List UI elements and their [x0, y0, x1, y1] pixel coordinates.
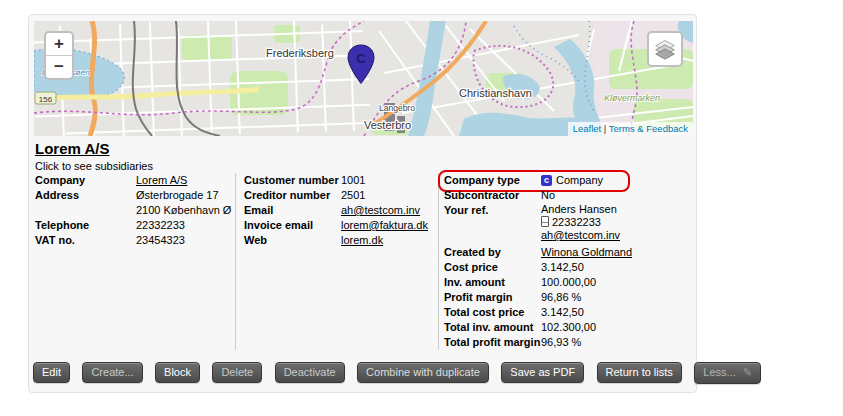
created-by-label: Created by: [444, 245, 541, 260]
deactivate-button[interactable]: Deactivate: [275, 362, 345, 383]
total-inv-amount-value: 102.300,00: [541, 320, 596, 335]
field-company: CompanyLorem A/S: [35, 173, 235, 188]
inv-amount-label: Inv. amount: [444, 275, 541, 290]
total-cost-price-value: 3.142,50: [541, 305, 584, 320]
company-type-icon: c: [541, 175, 552, 186]
subcontractor-value: No: [541, 188, 555, 203]
field-creditor-number: Creditor number2501: [244, 188, 438, 203]
block-button[interactable]: Block: [155, 362, 200, 383]
leaflet-link[interactable]: Leaflet: [573, 123, 602, 134]
total-cost-price-label: Total cost price: [444, 305, 541, 320]
email-label: Email: [244, 203, 341, 218]
map-label-klovermarken: Kløvermarken: [604, 93, 660, 103]
subcontractor-label: Subcontractor: [444, 188, 541, 203]
map-label-christianshavn: Christianshavn: [459, 87, 532, 99]
field-telephone-label: Telephone: [35, 218, 136, 233]
your-ref-phone: 22332233: [552, 216, 601, 228]
column-general: CompanyLorem A/S AddressØsterbrogade 172…: [35, 173, 235, 350]
customer-number-value: 1001: [341, 173, 365, 188]
pencil-icon: ✎: [743, 366, 752, 378]
field-company-type: Company typecCompany: [444, 173, 692, 188]
map-label-frederiksberg: Frederiksberg: [266, 47, 334, 59]
company-type-value: cCompany: [541, 173, 603, 188]
action-button-bar: Edit Create... Block Delete Deactivate C…: [29, 362, 696, 384]
company-title-link[interactable]: Lorem A/S: [35, 140, 109, 157]
zoom-in-button[interactable]: +: [46, 33, 72, 55]
field-inv-amount: Inv. amount100.000,00: [444, 275, 692, 290]
cost-price-value: 3.142,50: [541, 260, 584, 275]
invoice-email-label: Invoice email: [244, 218, 341, 233]
your-ref-email-link[interactable]: ah@testcom.inv: [541, 229, 620, 241]
address-line2: 2100 København Ø: [136, 204, 231, 216]
address-line1: Østerbrogade 17: [136, 189, 219, 201]
terms-feedback-link[interactable]: Terms & Feedback: [609, 123, 688, 134]
details-columns: CompanyLorem A/S AddressØsterbrogade 172…: [35, 173, 692, 350]
route-badge: 156: [35, 92, 56, 104]
column-extra: Company typecCompany SubcontractorNo You…: [438, 173, 692, 350]
field-created-by: Created byWinona Goldmand: [444, 245, 692, 260]
created-by-link[interactable]: Winona Goldmand: [541, 245, 632, 260]
telephone-value: 22332233: [136, 218, 185, 233]
email-link[interactable]: ah@testcom.inv: [341, 203, 420, 218]
company-type-text: Company: [556, 174, 603, 186]
page: 156 Frederiksberg Vesterbro Christiansha…: [0, 0, 843, 416]
combine-with-duplicate-button[interactable]: Combine with duplicate: [357, 362, 489, 383]
total-inv-amount-label: Total inv. amount: [444, 320, 541, 335]
company-link[interactable]: Lorem A/S: [136, 173, 187, 188]
profit-margin-value: 96,86 %: [541, 290, 581, 305]
field-invoice-email: Invoice emaillorem@faktura.dk: [244, 218, 438, 233]
less-button[interactable]: Less...✎: [694, 362, 761, 384]
your-ref-label: Your ref.: [444, 203, 541, 218]
map-attribution: Leaflet | Terms & Feedback: [568, 122, 693, 136]
column-numbers: Customer number1001 Creditor number2501 …: [235, 173, 438, 350]
field-email: Emailah@testcom.inv: [244, 203, 438, 218]
company-type-label: Company type: [444, 173, 541, 188]
total-profit-margin-label: Total profit margin: [444, 335, 541, 350]
field-address-label: Address: [35, 188, 136, 203]
total-profit-margin-value: 96,93 %: [541, 335, 581, 350]
field-address: AddressØsterbrogade 172100 København Ø: [35, 188, 235, 218]
vat-value: 23454323: [136, 233, 185, 248]
map[interactable]: 156 Frederiksberg Vesterbro Christiansha…: [34, 21, 693, 136]
inv-amount-value: 100.000,00: [541, 275, 596, 290]
map-layers-button[interactable]: [647, 31, 683, 67]
svg-text:156: 156: [39, 95, 53, 104]
field-total-cost-price: Total cost price3.142,50: [444, 305, 692, 320]
creditor-number-value: 2501: [341, 188, 365, 203]
customer-number-label: Customer number: [244, 173, 341, 188]
field-total-inv-amount: Total inv. amount102.300,00: [444, 320, 692, 335]
field-vat-label: VAT no.: [35, 233, 136, 248]
delete-button[interactable]: Delete: [212, 362, 262, 383]
subsidiaries-hint: Click to see subsidiaries: [35, 160, 153, 172]
return-to-lists-button[interactable]: Return to lists: [597, 362, 682, 383]
field-telephone: Telephone22332233: [35, 218, 235, 233]
marker-letter: C: [356, 51, 366, 66]
phone-icon: [541, 216, 549, 227]
field-company-label: Company: [35, 173, 136, 188]
save-as-pdf-button[interactable]: Save as PDF: [501, 362, 584, 383]
creditor-number-label: Creditor number: [244, 188, 341, 203]
layers-icon: [654, 38, 676, 60]
field-your-ref: Your ref.Anders Hansen22332233ah@testcom…: [444, 203, 692, 245]
edit-button[interactable]: Edit: [33, 362, 70, 383]
your-ref-name: Anders Hansen: [541, 203, 617, 215]
address-lines: Østerbrogade 172100 København Ø: [136, 188, 231, 218]
field-cost-price: Cost price3.142,50: [444, 260, 692, 275]
less-button-label: Less...: [703, 366, 735, 378]
field-subcontractor: SubcontractorNo: [444, 188, 692, 203]
field-profit-margin: Profit margin96,86 %: [444, 290, 692, 305]
invoice-email-link[interactable]: lorem@faktura.dk: [341, 218, 428, 233]
map-label-vesterbro: Vesterbro: [364, 119, 411, 131]
zoom-out-button[interactable]: −: [46, 55, 72, 78]
company-card: 156 Frederiksberg Vesterbro Christiansha…: [28, 14, 697, 393]
cost-price-label: Cost price: [444, 260, 541, 275]
create-button[interactable]: Create...: [82, 362, 142, 383]
profit-margin-label: Profit margin: [444, 290, 541, 305]
map-canvas: 156 Frederiksberg Vesterbro Christiansha…: [34, 21, 693, 136]
field-web: Weblorem.dk: [244, 233, 438, 248]
web-link[interactable]: lorem.dk: [341, 233, 383, 248]
field-total-profit-margin: Total profit margin96,93 %: [444, 335, 692, 350]
map-label-langebro: Langebro: [379, 103, 415, 113]
map-zoom-control: + −: [44, 31, 74, 80]
field-customer-number: Customer number1001: [244, 173, 438, 188]
